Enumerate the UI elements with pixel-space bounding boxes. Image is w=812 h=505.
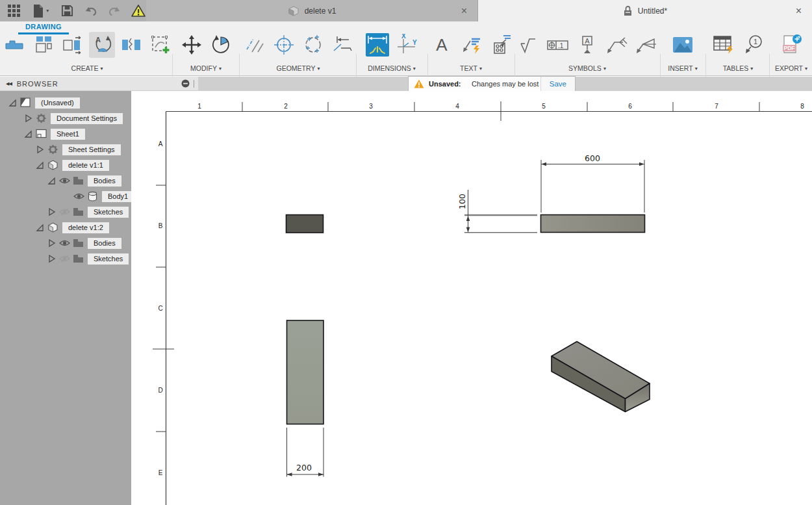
visibility-on-icon[interactable] bbox=[59, 176, 70, 185]
tree-item-delete-v1-2[interactable]: delete v1:2 bbox=[0, 220, 131, 235]
visibility-on-icon[interactable] bbox=[59, 239, 70, 248]
dimension-200[interactable]: 200 bbox=[287, 428, 324, 477]
taper-symbol-icon bbox=[635, 35, 657, 55]
visibility-on-icon[interactable] bbox=[73, 192, 84, 201]
drawing-canvas[interactable]: 1 2 3 4 5 6 7 8 A B C D E bbox=[131, 91, 812, 505]
tree-item-label: Body1 bbox=[102, 191, 134, 202]
rotate-button[interactable] bbox=[208, 32, 234, 58]
export-pdf-button[interactable]: PDF bbox=[778, 32, 804, 58]
text-button[interactable]: A bbox=[429, 32, 455, 58]
view-front[interactable] bbox=[286, 215, 324, 233]
centerline-button[interactable] bbox=[242, 32, 268, 58]
save-button[interactable] bbox=[60, 3, 74, 19]
balloon-button[interactable]: 1 bbox=[740, 32, 766, 58]
break-view-button[interactable] bbox=[118, 32, 144, 58]
document-tab-delete-v1[interactable]: delete v1 × bbox=[146, 0, 478, 21]
modify-label: MODIFY bbox=[190, 64, 217, 72]
insert-menu[interactable]: INSERT ▾ bbox=[668, 64, 697, 72]
tree-item-sheet-settings[interactable]: Sheet Settings bbox=[0, 142, 131, 157]
tables-caret-icon: ▾ bbox=[750, 66, 753, 71]
view-isometric[interactable] bbox=[552, 342, 650, 412]
feature-control-frame-button[interactable]: .1 bbox=[545, 32, 571, 58]
create-menu[interactable]: CREATE ▾ bbox=[71, 64, 103, 72]
detail-view-button[interactable]: A bbox=[89, 32, 115, 58]
undo-button[interactable] bbox=[83, 3, 97, 19]
tree-item-bodies-2[interactable]: Bodies bbox=[0, 235, 131, 251]
insert-image-button[interactable] bbox=[670, 32, 696, 58]
tables-label: TABLES bbox=[723, 64, 749, 72]
surface-texture-button[interactable] bbox=[516, 32, 542, 58]
projected-view-button[interactable] bbox=[31, 32, 57, 58]
center-mark-pattern-button[interactable] bbox=[300, 32, 326, 58]
dimensions-menu[interactable]: DIMENSIONS ▾ bbox=[368, 64, 416, 72]
visibility-off-icon[interactable] bbox=[59, 254, 70, 263]
collapsed-icon[interactable] bbox=[47, 207, 56, 216]
svg-text:600: 600 bbox=[585, 153, 600, 163]
dimension-600[interactable]: 600 bbox=[541, 153, 644, 213]
tables-menu[interactable]: TABLES ▾ bbox=[723, 64, 754, 72]
folder-icon bbox=[73, 238, 84, 248]
leader-text-button[interactable] bbox=[458, 32, 484, 58]
collapsed-icon[interactable] bbox=[47, 239, 56, 248]
section-view-button[interactable] bbox=[60, 32, 86, 58]
job-status-warning-button[interactable] bbox=[131, 3, 146, 19]
redo-button[interactable] bbox=[107, 3, 121, 19]
dimension-100[interactable]: 100 bbox=[457, 190, 470, 233]
base-view-button[interactable] bbox=[1, 32, 27, 58]
ordinate-dimension-button[interactable]: X Y bbox=[394, 32, 420, 58]
symbols-menu[interactable]: SYMBOLS ▾ bbox=[568, 64, 606, 72]
text-menu[interactable]: TEXT ▾ bbox=[460, 64, 482, 72]
modify-menu[interactable]: MODIFY ▾ bbox=[190, 64, 222, 72]
collapsed-icon[interactable] bbox=[47, 254, 56, 263]
expanded-icon[interactable] bbox=[23, 129, 32, 138]
tree-item-sheet1[interactable]: Sheet1 bbox=[0, 126, 131, 142]
export-menu[interactable]: EXPORT ▾ bbox=[775, 64, 807, 72]
dimension-button[interactable] bbox=[364, 32, 390, 58]
view-side-edges[interactable] bbox=[464, 215, 537, 233]
weld-symbol-button[interactable] bbox=[603, 32, 629, 58]
tree-item-sketches-2[interactable]: Sketches bbox=[0, 251, 131, 266]
collapse-browser-icon[interactable]: ◀◀ bbox=[6, 81, 12, 86]
svg-text:2: 2 bbox=[284, 103, 288, 110]
geometry-menu[interactable]: GEOMETRY ▾ bbox=[277, 64, 320, 72]
panel-resize-handle[interactable] bbox=[194, 80, 194, 88]
view-top[interactable] bbox=[287, 320, 324, 424]
tree-item-delete-v1-1[interactable]: delete v1:1 bbox=[0, 157, 131, 173]
expanded-icon[interactable] bbox=[35, 223, 44, 232]
group-insert: INSERT ▾ bbox=[664, 32, 702, 72]
tree-item-body1[interactable]: Body1 bbox=[0, 188, 131, 204]
fusion-drawing-workspace: ▾ bbox=[0, 0, 812, 505]
app-grid-icon[interactable] bbox=[6, 3, 21, 19]
table-button[interactable] bbox=[711, 32, 737, 58]
taper-symbol-button[interactable] bbox=[633, 32, 659, 58]
group-create: A bbox=[4, 32, 170, 72]
close-tab-icon[interactable]: × bbox=[461, 6, 467, 16]
save-changes-button[interactable]: Save bbox=[540, 77, 575, 91]
create-sketch-button[interactable] bbox=[147, 32, 173, 58]
tree-item-document-settings[interactable]: Document Settings bbox=[0, 110, 131, 126]
collapsed-icon[interactable] bbox=[35, 145, 44, 154]
file-menu-caret-icon: ▾ bbox=[46, 8, 49, 14]
expanded-icon[interactable] bbox=[47, 176, 56, 185]
create-caret-icon: ▾ bbox=[100, 66, 103, 71]
pdf-export-icon: PDF bbox=[780, 34, 802, 56]
hole-note-button[interactable] bbox=[487, 32, 513, 58]
tree-item-bodies-1[interactable]: Bodies bbox=[0, 173, 131, 188]
edge-extension-button[interactable] bbox=[329, 32, 355, 58]
move-button[interactable] bbox=[179, 32, 205, 58]
datum-identifier-button[interactable]: A bbox=[574, 32, 600, 58]
tree-item-unsaved[interactable]: (Unsaved) bbox=[0, 95, 131, 110]
visibility-off-icon[interactable] bbox=[59, 207, 70, 216]
hide-browser-icon[interactable] bbox=[181, 79, 190, 88]
view-right[interactable] bbox=[541, 215, 645, 233]
file-menu-button[interactable]: ▾ bbox=[30, 3, 51, 19]
svg-text:C: C bbox=[158, 305, 162, 312]
document-tab-untitled[interactable]: Untitled* × bbox=[478, 0, 812, 21]
expanded-icon[interactable] bbox=[8, 98, 17, 107]
close-tab-icon[interactable]: × bbox=[796, 6, 802, 16]
tree-item-sketches-1[interactable]: Sketches bbox=[0, 204, 131, 220]
center-mark-button[interactable] bbox=[271, 32, 297, 58]
expanded-icon[interactable] bbox=[35, 161, 44, 170]
table-icon bbox=[713, 34, 735, 55]
collapsed-icon[interactable] bbox=[23, 114, 32, 123]
